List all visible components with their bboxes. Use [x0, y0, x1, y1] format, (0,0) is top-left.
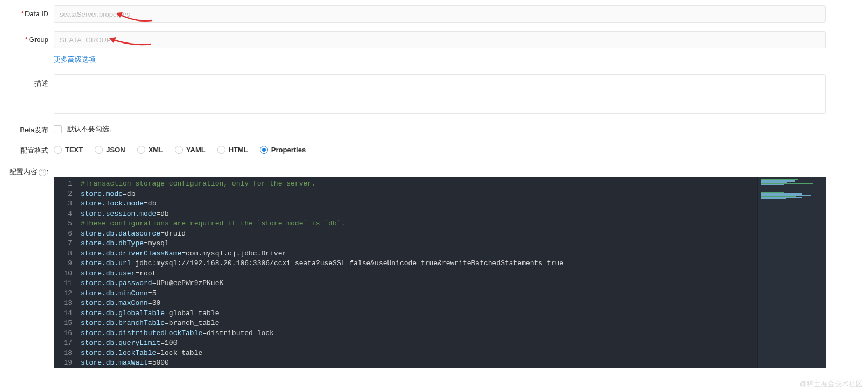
radio-icon [175, 146, 183, 154]
hint-beta: 默认不要勾选。 [67, 125, 116, 133]
help-icon[interactable]: ? [39, 169, 46, 176]
radio-format-yaml[interactable]: YAML [175, 146, 206, 154]
radio-format-xml[interactable]: XML [137, 146, 163, 154]
textarea-desc[interactable] [54, 74, 826, 114]
label-desc: 描述 [0, 74, 54, 88]
label-format: 配置格式 [0, 144, 54, 155]
radio-format-properties[interactable]: Properties [260, 146, 306, 154]
editor-gutter: 12345678910111213141516171819 [54, 177, 76, 368]
radio-format-json[interactable]: JSON [95, 146, 125, 154]
editor-code[interactable]: #Transaction storage configuration, only… [76, 177, 826, 368]
label-beta: Beta发布 [0, 124, 54, 135]
row-beta: Beta发布 默认不要勾选。 [0, 124, 868, 135]
row-desc: 描述 [0, 74, 868, 116]
label-data-id-text: Data ID [25, 10, 48, 18]
watermark: @稀土掘金技术社区 [800, 379, 863, 389]
input-data-id[interactable] [54, 5, 826, 23]
radio-icon [137, 146, 145, 154]
row-format: 配置格式 TEXTJSONXMLYAMLHTMLProperties [0, 144, 868, 155]
row-advanced: 更多高级选项 [0, 55, 868, 65]
radio-format-html[interactable]: HTML [217, 146, 248, 154]
row-group: *Group [0, 31, 868, 48]
row-content: 配置内容?: [0, 164, 868, 177]
label-group: *Group [0, 31, 54, 44]
link-advanced-options[interactable]: 更多高级选项 [54, 55, 96, 63]
code-editor[interactable]: 12345678910111213141516171819 #Transacti… [54, 177, 826, 368]
radio-format-text[interactable]: TEXT [54, 146, 83, 154]
radio-icon [217, 146, 225, 154]
checkbox-beta[interactable] [54, 125, 62, 133]
radio-label: XML [149, 146, 163, 154]
radio-icon [260, 146, 268, 154]
radio-icon [54, 146, 62, 154]
label-group-text: Group [29, 35, 48, 44]
radio-icon [95, 146, 103, 154]
label-content: 配置内容?: [0, 164, 54, 177]
label-data-id: *Data ID [0, 5, 54, 18]
radio-group-format: TEXTJSONXMLYAMLHTMLProperties [54, 144, 826, 154]
editor-minimap[interactable] [757, 177, 826, 368]
input-group[interactable] [54, 31, 826, 48]
radio-label: HTML [229, 146, 248, 154]
radio-label: YAML [186, 146, 206, 154]
radio-label: Properties [271, 146, 306, 154]
row-data-id: *Data ID [0, 5, 868, 23]
radio-label: JSON [106, 146, 125, 154]
radio-label: TEXT [65, 146, 83, 154]
